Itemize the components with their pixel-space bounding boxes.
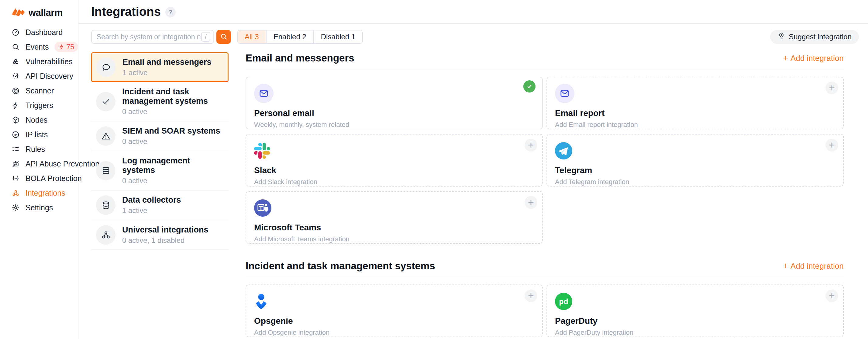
svg-text:pd: pd	[559, 297, 568, 306]
add-integration-button[interactable]: +	[826, 289, 838, 302]
settings-icon	[11, 204, 20, 212]
integration-card-slack[interactable]: Slack Add Slack integration +	[246, 134, 543, 187]
integration-card-opsgenie[interactable]: Opsgenie Add Opsgenie integration +	[246, 285, 543, 337]
category-item-log-management-systems[interactable]: Log management systems 0 active	[91, 151, 228, 191]
slash-shortcut-key: /	[201, 32, 210, 42]
integration-card-microsoft-teams[interactable]: Microsoft Teams Add Microsoft Teams inte…	[246, 191, 543, 244]
section-incident-and-task-management-systems: Incident and task management systems + A…	[246, 260, 844, 337]
add-integration-button[interactable]: +	[525, 289, 537, 302]
suggest-integration-label: Suggest integration	[789, 33, 851, 41]
webhook-icon	[96, 225, 116, 245]
sidebar-item-scanner[interactable]: Scanner	[0, 83, 78, 98]
section-email-and-messengers: Email and messengers + Add integration P…	[246, 52, 844, 244]
integration-sections: Email and messengers + Add integration P…	[246, 52, 844, 337]
wallarm-logo[interactable]: wallarm	[11, 7, 78, 18]
section-divider	[246, 69, 844, 69]
content: Email and messengers 1 active Incident a…	[79, 52, 868, 339]
wallarm-logo-icon	[11, 8, 26, 18]
add-integration-button[interactable]: +	[525, 196, 537, 209]
events-count-badge: 75	[54, 42, 78, 52]
integration-card-personal-email[interactable]: Personal email Weekly, monthly, system r…	[246, 77, 543, 129]
log-stack-icon	[96, 161, 116, 180]
integration-card-telegram[interactable]: Telegram Add Telegram integration +	[547, 134, 844, 187]
filter-enabled-2[interactable]: Enabled 2	[266, 30, 313, 43]
sidebar-item-events[interactable]: Events 75	[0, 39, 78, 54]
section-title: Incident and task management systems	[246, 260, 435, 272]
integration-card-pagerduty[interactable]: pd PagerDuty Add PagerDuty integration +	[547, 285, 844, 337]
integrations-page: wallarm Dashboard Events 75 Vulnerabilit…	[0, 0, 868, 339]
sidebar-item-api-discovery[interactable]: API Discovery	[0, 69, 78, 83]
warning-icon	[96, 126, 116, 146]
main-area: Integrations ? / All 3Enabled 2Disabled …	[79, 0, 868, 339]
triggers-icon	[11, 101, 20, 110]
filter-group: All 3Enabled 2Disabled 1	[237, 30, 363, 44]
sidebar-item-triggers[interactable]: Triggers	[0, 98, 78, 113]
lightbulb-icon	[777, 32, 785, 42]
section-divider	[246, 277, 844, 277]
telegram-icon	[555, 141, 835, 161]
email-icon	[555, 83, 835, 104]
lightning-icon	[58, 44, 64, 50]
help-icon[interactable]: ?	[165, 7, 176, 17]
plus-icon: +	[783, 262, 789, 270]
teams-icon	[254, 198, 534, 218]
search-icon	[11, 43, 20, 51]
api-discovery-icon	[11, 72, 20, 80]
filter-all-3[interactable]: All 3	[238, 30, 266, 43]
sidebar-item-integrations[interactable]: Integrations	[0, 186, 78, 200]
sidebar-item-bola-protection[interactable]: ID BOLA Protection	[0, 171, 78, 186]
nodes-icon	[11, 116, 20, 124]
suggest-integration-button[interactable]: Suggest integration	[770, 30, 859, 44]
pagerduty-icon: pd	[555, 291, 835, 311]
database-icon	[96, 195, 116, 215]
sidebar-item-vulnerabilities[interactable]: Vulnerabilities	[0, 54, 78, 69]
svg-text:ID: ID	[14, 177, 17, 180]
sidebar-item-nodes[interactable]: Nodes	[0, 113, 78, 127]
dashboard-icon	[11, 28, 20, 36]
toolbar: / All 3Enabled 2Disabled 1 Suggest integ…	[79, 30, 868, 44]
integrations-icon	[11, 189, 20, 197]
category-list: Email and messengers 1 active Incident a…	[91, 52, 228, 250]
search-input[interactable]	[97, 33, 201, 41]
sidebar-item-api-abuse-prevention[interactable]: API Abuse Prevention	[0, 157, 78, 171]
filter-disabled-1[interactable]: Disabled 1	[313, 30, 362, 43]
add-integration-link[interactable]: + Add integration	[783, 54, 844, 63]
brand-name: wallarm	[29, 7, 63, 18]
page-title: Integrations	[91, 5, 161, 19]
search-icon	[220, 33, 228, 41]
category-item-email-and-messengers[interactable]: Email and messengers 1 active	[91, 52, 228, 82]
api-abuse-icon	[11, 160, 20, 168]
enabled-check-badge	[523, 80, 535, 92]
rules-icon	[11, 145, 20, 153]
scanner-icon	[11, 87, 20, 95]
category-item-siem-and-soar-systems[interactable]: SIEM and SOAR systems 0 active	[91, 121, 228, 151]
sidebar-item-settings[interactable]: Settings	[0, 200, 78, 215]
sidebar: wallarm Dashboard Events 75 Vulnerabilit…	[0, 0, 79, 339]
section-title: Email and messengers	[246, 52, 354, 64]
check-icon	[96, 92, 116, 111]
category-item-universal-integrations[interactable]: Universal integrations 0 active, 1 disab…	[91, 220, 228, 250]
ip-lists-icon: IP	[11, 131, 20, 139]
sidebar-item-ip-lists[interactable]: IP IP lists	[0, 127, 78, 142]
sidebar-item-rules[interactable]: Rules	[0, 142, 78, 157]
page-header: Integrations ?	[79, 0, 868, 24]
add-integration-button[interactable]: +	[826, 139, 838, 151]
slack-icon	[254, 141, 534, 161]
add-integration-link[interactable]: + Add integration	[783, 261, 844, 271]
category-item-data-collectors[interactable]: Data collectors 1 active	[91, 191, 228, 220]
integration-card-email-report[interactable]: Email report Add Email report integratio…	[547, 77, 844, 129]
sidebar-nav: Dashboard Events 75 Vulnerabilities API …	[0, 25, 78, 215]
sidebar-item-dashboard[interactable]: Dashboard	[0, 25, 78, 39]
category-item-incident-and-task-management-systems[interactable]: Incident and task management systems 0 a…	[91, 82, 228, 121]
svg-text:IP: IP	[14, 133, 17, 136]
add-integration-button[interactable]: +	[826, 82, 838, 94]
email-icon	[254, 83, 534, 104]
add-integration-button[interactable]: +	[525, 139, 537, 151]
vulnerabilities-icon	[11, 58, 20, 66]
chat-icon	[96, 58, 116, 77]
search-button[interactable]	[216, 30, 231, 44]
bola-icon: ID	[11, 174, 20, 182]
opsgenie-icon	[254, 291, 534, 311]
search-box: /	[91, 30, 214, 44]
plus-icon: +	[783, 54, 789, 62]
